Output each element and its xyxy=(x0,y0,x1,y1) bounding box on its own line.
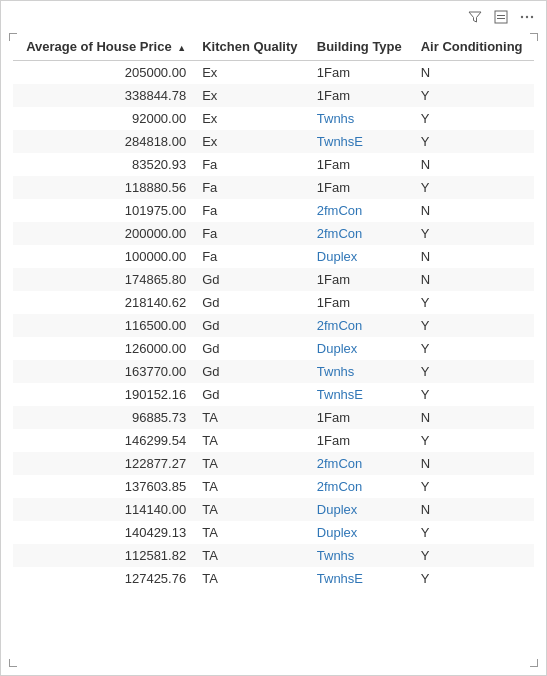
cell-avg-price: 83520.93 xyxy=(13,153,194,176)
cell-air-conditioning: N xyxy=(413,61,534,85)
cell-kitchen-quality: Ex xyxy=(194,61,309,85)
cell-building-type[interactable]: Twnhs xyxy=(309,544,413,567)
corner-bracket-bl xyxy=(9,659,17,667)
cell-kitchen-quality: TA xyxy=(194,498,309,521)
more-options-icon[interactable] xyxy=(518,8,536,26)
cell-avg-price: 137603.85 xyxy=(13,475,194,498)
cell-building-type[interactable]: Duplex xyxy=(309,521,413,544)
cell-building-type: 1Fam xyxy=(309,268,413,291)
cell-kitchen-quality: Fa xyxy=(194,176,309,199)
cell-building-type[interactable]: TwnhsE xyxy=(309,130,413,153)
cell-air-conditioning: Y xyxy=(413,130,534,153)
cell-air-conditioning: N xyxy=(413,245,534,268)
cell-kitchen-quality: TA xyxy=(194,475,309,498)
cell-kitchen-quality: Fa xyxy=(194,199,309,222)
expand-icon[interactable] xyxy=(492,8,510,26)
filter-icon[interactable] xyxy=(466,8,484,26)
cell-kitchen-quality: Ex xyxy=(194,130,309,153)
cell-avg-price: 112581.82 xyxy=(13,544,194,567)
toolbar xyxy=(1,1,546,33)
table-row: 137603.85TA2fmConY xyxy=(13,475,534,498)
table-row: 174865.80Gd1FamN xyxy=(13,268,534,291)
cell-building-type[interactable]: Duplex xyxy=(309,245,413,268)
cell-air-conditioning: Y xyxy=(413,176,534,199)
table-row: 218140.62Gd1FamY xyxy=(13,291,534,314)
svg-point-3 xyxy=(521,16,523,18)
cell-air-conditioning: N xyxy=(413,452,534,475)
main-container: Average of House Price ▲ Kitchen Quality… xyxy=(0,0,547,676)
cell-kitchen-quality: Gd xyxy=(194,314,309,337)
cell-air-conditioning: Y xyxy=(413,567,534,590)
cell-avg-price: 146299.54 xyxy=(13,429,194,452)
cell-kitchen-quality: Fa xyxy=(194,222,309,245)
cell-air-conditioning: Y xyxy=(413,475,534,498)
cell-kitchen-quality: TA xyxy=(194,521,309,544)
cell-kitchen-quality: TA xyxy=(194,406,309,429)
table-row: 101975.00Fa2fmConN xyxy=(13,199,534,222)
cell-air-conditioning: N xyxy=(413,153,534,176)
svg-rect-2 xyxy=(497,18,505,19)
col-header-kitchen-quality: Kitchen Quality xyxy=(194,33,309,61)
cell-air-conditioning: Y xyxy=(413,84,534,107)
table-row: 127425.76TATwnhsEY xyxy=(13,567,534,590)
cell-building-type[interactable]: TwnhsE xyxy=(309,567,413,590)
cell-air-conditioning: Y xyxy=(413,429,534,452)
table-row: 116500.00Gd2fmConY xyxy=(13,314,534,337)
cell-avg-price: 127425.76 xyxy=(13,567,194,590)
cell-avg-price: 174865.80 xyxy=(13,268,194,291)
cell-air-conditioning: N xyxy=(413,268,534,291)
table-row: 190152.16GdTwnhsEY xyxy=(13,383,534,406)
cell-kitchen-quality: TA xyxy=(194,544,309,567)
cell-kitchen-quality: Ex xyxy=(194,84,309,107)
cell-building-type[interactable]: Duplex xyxy=(309,498,413,521)
cell-avg-price: 101975.00 xyxy=(13,199,194,222)
cell-building-type[interactable]: 2fmCon xyxy=(309,452,413,475)
cell-avg-price: 284818.00 xyxy=(13,130,194,153)
cell-building-type: 1Fam xyxy=(309,406,413,429)
table-row: 284818.00ExTwnhsEY xyxy=(13,130,534,153)
cell-avg-price: 163770.00 xyxy=(13,360,194,383)
cell-building-type[interactable]: Twnhs xyxy=(309,360,413,383)
sort-icon: ▲ xyxy=(177,43,186,53)
cell-kitchen-quality: Fa xyxy=(194,153,309,176)
cell-kitchen-quality: Gd xyxy=(194,268,309,291)
cell-building-type[interactable]: 2fmCon xyxy=(309,222,413,245)
table-row: 100000.00FaDuplexN xyxy=(13,245,534,268)
table-row: 83520.93Fa1FamN xyxy=(13,153,534,176)
cell-air-conditioning: Y xyxy=(413,337,534,360)
table-row: 126000.00GdDuplexY xyxy=(13,337,534,360)
data-table: Average of House Price ▲ Kitchen Quality… xyxy=(13,33,534,590)
table-row: 163770.00GdTwnhsY xyxy=(13,360,534,383)
svg-rect-1 xyxy=(497,15,505,16)
svg-point-4 xyxy=(526,16,528,18)
cell-building-type[interactable]: TwnhsE xyxy=(309,383,413,406)
table-row: 96885.73TA1FamN xyxy=(13,406,534,429)
cell-air-conditioning: Y xyxy=(413,521,534,544)
cell-building-type[interactable]: 2fmCon xyxy=(309,314,413,337)
table-row: 205000.00Ex1FamN xyxy=(13,61,534,85)
cell-air-conditioning: Y xyxy=(413,107,534,130)
cell-avg-price: 96885.73 xyxy=(13,406,194,429)
cell-avg-price: 205000.00 xyxy=(13,61,194,85)
cell-avg-price: 118880.56 xyxy=(13,176,194,199)
table-row: 112581.82TATwnhsY xyxy=(13,544,534,567)
table-row: 200000.00Fa2fmConY xyxy=(13,222,534,245)
cell-avg-price: 116500.00 xyxy=(13,314,194,337)
svg-point-5 xyxy=(531,16,533,18)
cell-building-type[interactable]: 2fmCon xyxy=(309,199,413,222)
corner-bracket-tr xyxy=(530,33,538,41)
cell-air-conditioning: Y xyxy=(413,222,534,245)
cell-avg-price: 114140.00 xyxy=(13,498,194,521)
cell-kitchen-quality: Fa xyxy=(194,245,309,268)
table-row: 92000.00ExTwnhsY xyxy=(13,107,534,130)
cell-avg-price: 122877.27 xyxy=(13,452,194,475)
table-row: 140429.13TADuplexY xyxy=(13,521,534,544)
cell-air-conditioning: N xyxy=(413,199,534,222)
cell-kitchen-quality: TA xyxy=(194,429,309,452)
col-header-avg-price: Average of House Price ▲ xyxy=(13,33,194,61)
cell-kitchen-quality: Ex xyxy=(194,107,309,130)
cell-air-conditioning: Y xyxy=(413,360,534,383)
cell-building-type[interactable]: 2fmCon xyxy=(309,475,413,498)
cell-building-type[interactable]: Twnhs xyxy=(309,107,413,130)
cell-building-type[interactable]: Duplex xyxy=(309,337,413,360)
